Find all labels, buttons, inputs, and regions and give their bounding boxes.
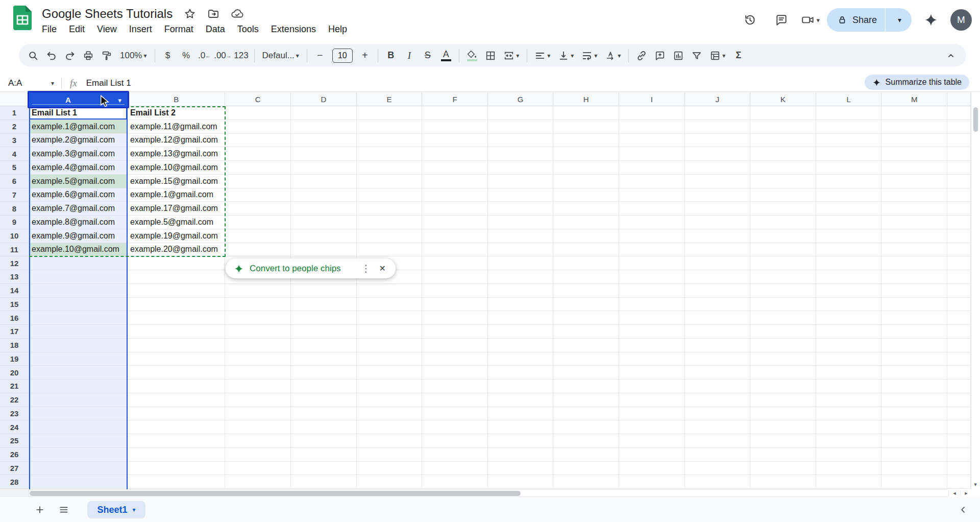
cell-A5[interactable]: example.4@gmail.com — [29, 161, 128, 175]
cell-I17[interactable] — [619, 325, 685, 339]
cell-B12[interactable] — [128, 256, 225, 270]
cell-E20[interactable] — [357, 366, 423, 379]
row-header-3[interactable]: 3 — [0, 134, 29, 148]
cell-F20[interactable] — [422, 366, 488, 379]
cell-G12[interactable] — [488, 256, 554, 270]
cell-F16[interactable] — [422, 311, 488, 325]
cell-B27[interactable] — [128, 462, 225, 476]
cell-K8[interactable] — [750, 202, 816, 216]
star-icon[interactable] — [184, 8, 196, 20]
cell-F25[interactable] — [422, 434, 488, 448]
cell-M26[interactable] — [881, 448, 947, 462]
cell-C8[interactable] — [225, 202, 291, 216]
chips-more-options-icon[interactable]: ⋮ — [357, 263, 376, 274]
column-header-G[interactable]: G — [488, 92, 554, 106]
cell-M6[interactable] — [881, 175, 947, 188]
row-header-22[interactable]: 22 — [0, 393, 29, 407]
cell-G27[interactable] — [488, 462, 554, 476]
cell-C28[interactable] — [225, 475, 291, 489]
cell-I11[interactable] — [619, 243, 685, 257]
text-wrap-button[interactable]: ▾ — [578, 46, 601, 65]
version-history-icon[interactable] — [738, 8, 762, 32]
cell-E18[interactable] — [357, 339, 423, 352]
cell-J21[interactable] — [685, 379, 751, 393]
row-header-7[interactable]: 7 — [0, 188, 29, 202]
cell-D8[interactable] — [291, 202, 357, 216]
meet-dropdown-icon[interactable]: ▾ — [816, 16, 820, 24]
cell-N19[interactable] — [947, 352, 971, 366]
move-to-folder-icon[interactable] — [207, 8, 219, 20]
cell-E7[interactable] — [357, 188, 423, 202]
cell-N1[interactable] — [947, 106, 971, 120]
zoom-control[interactable]: 100% ▾ — [116, 46, 151, 65]
cell-I18[interactable] — [619, 339, 685, 352]
row-header-28[interactable]: 28 — [0, 475, 29, 489]
cell-G22[interactable] — [488, 393, 554, 407]
row-header-21[interactable]: 21 — [0, 379, 29, 393]
cell-C9[interactable] — [225, 216, 291, 229]
cell-B14[interactable] — [128, 284, 225, 298]
cell-B26[interactable] — [128, 448, 225, 462]
column-header-partial[interactable] — [947, 92, 971, 106]
cell-B21[interactable] — [128, 379, 225, 393]
format-currency-button[interactable]: $ — [159, 46, 177, 65]
cell-M10[interactable] — [881, 229, 947, 243]
borders-button[interactable] — [481, 46, 500, 65]
cell-I23[interactable] — [619, 407, 685, 421]
cell-C15[interactable] — [225, 298, 291, 312]
cell-B24[interactable] — [128, 420, 225, 434]
add-sheet-icon[interactable] — [32, 502, 47, 517]
cell-D24[interactable] — [291, 420, 357, 434]
cell-F21[interactable] — [422, 379, 488, 393]
cell-K24[interactable] — [750, 420, 816, 434]
chips-close-icon[interactable]: ✕ — [376, 264, 389, 273]
cell-G26[interactable] — [488, 448, 554, 462]
cell-G17[interactable] — [488, 325, 554, 339]
cell-J14[interactable] — [685, 284, 751, 298]
cell-L3[interactable] — [816, 134, 882, 148]
menu-data[interactable]: Data — [200, 21, 231, 37]
search-icon[interactable] — [24, 46, 42, 65]
cell-G4[interactable] — [488, 147, 554, 161]
cell-N2[interactable] — [947, 120, 971, 134]
cell-H28[interactable] — [553, 475, 619, 489]
column-header-F[interactable]: F — [422, 92, 488, 106]
cell-C18[interactable] — [225, 339, 291, 352]
cell-H16[interactable] — [553, 311, 619, 325]
cell-F10[interactable] — [422, 229, 488, 243]
cell-E10[interactable] — [357, 229, 423, 243]
cell-H21[interactable] — [553, 379, 619, 393]
cell-H24[interactable] — [553, 420, 619, 434]
cell-A26[interactable] — [29, 448, 128, 462]
cell-B20[interactable] — [128, 366, 225, 379]
summarize-table-button[interactable]: Summarize this table — [865, 75, 969, 90]
column-header-E[interactable]: E — [357, 92, 423, 106]
cell-D19[interactable] — [291, 352, 357, 366]
cell-B23[interactable] — [128, 407, 225, 421]
cell-J28[interactable] — [685, 475, 751, 489]
cell-L1[interactable] — [816, 106, 882, 120]
cell-E4[interactable] — [357, 147, 423, 161]
cell-B15[interactable] — [128, 298, 225, 312]
cell-G28[interactable] — [488, 475, 554, 489]
cell-F2[interactable] — [422, 120, 488, 134]
row-header-4[interactable]: 4 — [0, 147, 29, 161]
cell-E8[interactable] — [357, 202, 423, 216]
cell-I19[interactable] — [619, 352, 685, 366]
cell-A19[interactable] — [29, 352, 128, 366]
cell-A18[interactable] — [29, 339, 128, 352]
cell-K23[interactable] — [750, 407, 816, 421]
cell-D7[interactable] — [291, 188, 357, 202]
cell-I6[interactable] — [619, 175, 685, 188]
cell-E27[interactable] — [357, 462, 423, 476]
cell-I28[interactable] — [619, 475, 685, 489]
cell-D14[interactable] — [291, 284, 357, 298]
cell-J16[interactable] — [685, 311, 751, 325]
cell-H13[interactable] — [553, 270, 619, 284]
cell-E1[interactable] — [357, 106, 423, 120]
cell-K13[interactable] — [750, 270, 816, 284]
more-formats-button[interactable]: 123 — [232, 46, 251, 65]
cell-L2[interactable] — [816, 120, 882, 134]
cell-C26[interactable] — [225, 448, 291, 462]
cell-B28[interactable] — [128, 475, 225, 489]
